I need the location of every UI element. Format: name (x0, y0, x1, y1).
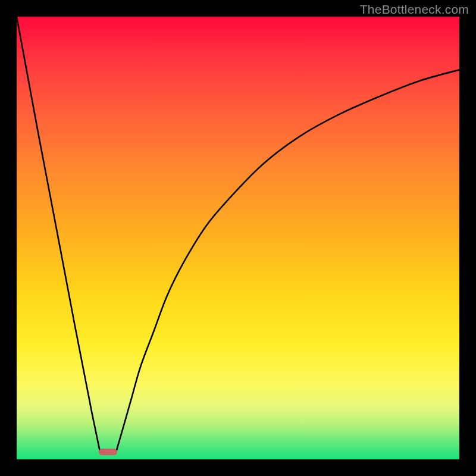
watermark-text: TheBottleneck.com (360, 2, 469, 17)
plot-area (17, 17, 459, 459)
bottleneck-curve (17, 17, 459, 459)
optimal-marker (99, 449, 117, 455)
chart-frame: TheBottleneck.com (0, 0, 476, 476)
